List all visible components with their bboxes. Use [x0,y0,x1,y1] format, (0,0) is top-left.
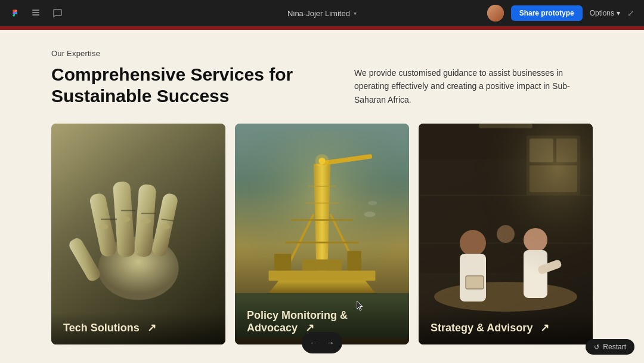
svg-point-33 [368,201,377,205]
layers-icon[interactable] [30,7,42,19]
robot-hand-svg [51,136,225,309]
section-label: Our Expertise [51,49,593,58]
prev-button[interactable]: ← [305,334,322,351]
title-chevron-icon: ▾ [354,10,357,17]
svg-point-13 [99,224,108,230]
description: We provide customised guidance to assist… [354,64,593,106]
comment-icon[interactable] [51,7,63,19]
card-3-arrow-icon: ↗ [540,322,549,335]
svg-point-32 [364,211,376,217]
svg-rect-2 [32,14,39,16]
svg-rect-0 [32,12,39,13]
svg-marker-21 [314,164,330,270]
header-row: Comprehensive Services for Sustainable S… [51,64,593,107]
restart-button[interactable]: ↺ Restart [586,339,634,355]
svg-point-24 [315,154,329,168]
restart-label: Restart [603,343,626,351]
card-1-title: Tech Solutions ↗ [63,322,156,335]
restart-icon: ↺ [594,343,599,351]
svg-point-14 [120,216,130,222]
next-button[interactable]: → [322,334,339,351]
expand-icon[interactable]: ⤢ [627,8,634,18]
topbar-right: Share prototype Options ▾ ⤢ [487,5,634,21]
svg-rect-20 [269,270,376,281]
svg-rect-1 [32,10,39,11]
svg-rect-30 [347,251,361,270]
figma-logo-icon [10,8,20,19]
svg-rect-53 [419,124,592,344]
topbar: Nina-Jojer Limited ▾ Share prototype Opt… [0,0,644,26]
card-3-title: Strategy & Advisory ↗ [431,322,549,335]
meeting-room-svg [419,124,593,344]
card-2-title: Policy Monitoring & Advocacy ↗ [247,309,397,335]
nav-controls: ← → [302,332,342,353]
svg-marker-19 [269,279,376,293]
avatar-image [487,5,504,21]
topbar-left [10,7,63,19]
svg-rect-31 [302,259,342,270]
svg-point-15 [141,218,151,224]
main-content: Our Expertise Comprehensive Services for… [0,30,644,363]
options-button[interactable]: Options ▾ [590,9,620,17]
card-strategy-advisory[interactable]: Strategy & Advisory ↗ [419,124,593,344]
svg-rect-29 [274,254,291,270]
avatar [487,5,504,21]
project-title: Nina-Jojer Limited [287,9,350,18]
svg-rect-8 [67,236,103,284]
card-tech-solutions[interactable]: Tech Solutions ↗ [51,124,225,344]
share-prototype-button[interactable]: Share prototype [511,5,583,21]
card-3-label: Strategy & Advisory ↗ [419,312,593,344]
cards-row: Tech Solutions ↗ [51,124,593,344]
card-1-arrow-icon: ↗ [147,322,156,335]
svg-point-16 [161,224,170,230]
topbar-title: Nina-Jojer Limited ▾ [287,9,357,18]
card-policy-monitoring[interactable]: Policy Monitoring & Advocacy ↗ [235,124,409,344]
main-heading: Comprehensive Services for Sustainable S… [51,64,293,107]
card-1-label: Tech Solutions ↗ [51,312,225,344]
